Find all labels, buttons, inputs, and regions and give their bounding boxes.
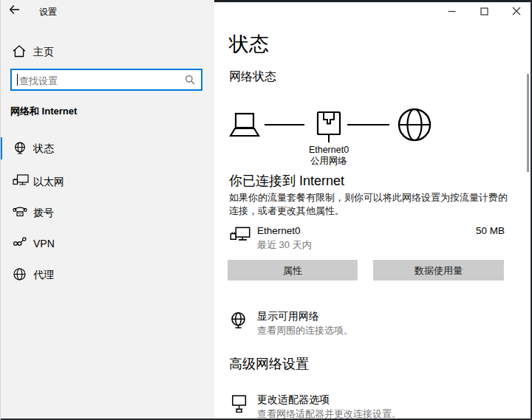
properties-button[interactable]: 属性 bbox=[228, 260, 358, 280]
sidebar-item-label: 拨号 bbox=[33, 207, 54, 220]
usage-period: 最近 30 天内 bbox=[257, 238, 312, 252]
sidebar-item-label: 状态 bbox=[33, 142, 54, 156]
connection-description: 如果你的流量套餐有限制，则你可以将此网络设置为按流量计费的连接，或者更改其他属性… bbox=[229, 191, 511, 218]
sidebar-item-proxy[interactable]: 代理 bbox=[0, 264, 214, 286]
maximize-button[interactable] bbox=[471, 2, 497, 20]
internet-globe-icon bbox=[399, 109, 430, 140]
minimize-button[interactable] bbox=[439, 2, 464, 20]
sidebar-item-vpn[interactable]: VPN bbox=[0, 233, 214, 255]
vpn-icon bbox=[13, 236, 27, 247]
main-content: 状态 网络状态 bbox=[214, 0, 532, 420]
back-arrow-icon bbox=[9, 4, 25, 15]
adapter-options-icon bbox=[229, 395, 248, 416]
page-title: 状态 bbox=[229, 31, 269, 58]
minimize-icon bbox=[448, 7, 456, 16]
data-usage-button[interactable]: 数据使用量 bbox=[373, 260, 504, 280]
home-icon bbox=[13, 45, 26, 58]
adapter-name: Ethernet0 bbox=[257, 225, 301, 236]
text-caret bbox=[17, 74, 18, 86]
diagram-node-label: Ethernet0 公用网络 bbox=[292, 145, 366, 167]
sidebar-item-label: 以太网 bbox=[33, 176, 64, 189]
show-networks-globe-icon bbox=[229, 311, 248, 331]
show-available-networks-link[interactable]: 显示可用网络 bbox=[257, 310, 319, 323]
search-input[interactable] bbox=[18, 71, 176, 90]
connection-heading: 你已连接到 Internet bbox=[229, 172, 344, 190]
ethernet-adapter-icon bbox=[230, 226, 250, 244]
network-status-heading: 网络状态 bbox=[229, 69, 276, 85]
sidebar-item-ethernet[interactable]: 以太网 bbox=[0, 171, 214, 193]
ethernet-plug-icon bbox=[318, 112, 340, 142]
sidebar-item-dialup[interactable]: 拨号 bbox=[0, 202, 214, 224]
window-left-border bbox=[0, 0, 1, 420]
sidebar-section-header: 网络和 Internet bbox=[10, 105, 77, 118]
network-status-icon bbox=[13, 141, 27, 156]
sidebar-item-home[interactable]: 主页 bbox=[0, 41, 214, 64]
change-adapter-options-link[interactable]: 更改适配器选项 bbox=[257, 393, 330, 407]
close-button[interactable] bbox=[504, 2, 529, 20]
usage-amount: 50 MB bbox=[476, 225, 505, 236]
show-networks-subtitle: 查看周围的连接选项。 bbox=[257, 324, 353, 337]
sidebar: 设置 主页 网络和 Internet 状态 bbox=[0, 0, 214, 420]
ethernet-icon bbox=[13, 174, 29, 187]
dialup-phone-icon bbox=[13, 205, 27, 218]
sidebar-item-label: 代理 bbox=[33, 269, 54, 282]
close-icon bbox=[512, 7, 521, 16]
window-title: 设置 bbox=[39, 6, 57, 18]
network-type-label: 公用网络 bbox=[292, 156, 366, 167]
vertical-scrollbar[interactable] bbox=[527, 74, 529, 172]
sidebar-item-status[interactable]: 状态 bbox=[0, 137, 214, 159]
proxy-globe-icon bbox=[13, 267, 27, 281]
advanced-settings-heading: 高级网络设置 bbox=[229, 355, 309, 373]
sidebar-item-label: 主页 bbox=[33, 46, 54, 59]
search-box[interactable] bbox=[10, 69, 202, 91]
adapter-name-label: Ethernet0 bbox=[292, 145, 366, 156]
search-icon[interactable] bbox=[185, 75, 195, 85]
maximize-icon bbox=[480, 7, 488, 16]
back-button[interactable] bbox=[9, 4, 25, 19]
sidebar-item-label: VPN bbox=[33, 238, 55, 249]
settings-window: 设置 主页 网络和 Internet 状态 bbox=[0, 0, 532, 420]
laptop-icon bbox=[231, 114, 259, 136]
network-diagram bbox=[229, 108, 443, 143]
